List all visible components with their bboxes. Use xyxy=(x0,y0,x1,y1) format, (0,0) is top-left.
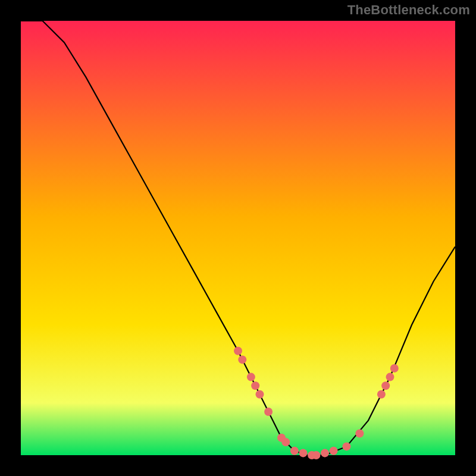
data-point xyxy=(234,347,242,355)
chart-container: { "attribution": "TheBottleneck.com", "c… xyxy=(0,0,476,476)
attribution-text: TheBottleneck.com xyxy=(347,2,470,18)
data-point xyxy=(381,381,390,390)
data-point xyxy=(290,447,299,455)
data-point xyxy=(330,447,338,455)
data-point xyxy=(281,438,290,446)
data-point xyxy=(390,364,399,372)
data-point xyxy=(238,355,246,364)
data-point xyxy=(264,408,273,416)
data-point xyxy=(343,442,351,450)
gradient-background xyxy=(21,21,455,455)
data-point xyxy=(321,449,329,457)
data-point xyxy=(247,373,255,381)
data-point xyxy=(251,381,259,390)
data-point xyxy=(256,390,264,399)
data-point xyxy=(299,449,308,457)
data-point xyxy=(377,390,386,399)
data-point xyxy=(386,373,394,381)
data-point xyxy=(312,451,320,459)
bottleneck-chart xyxy=(0,0,476,476)
data-point xyxy=(355,430,364,438)
